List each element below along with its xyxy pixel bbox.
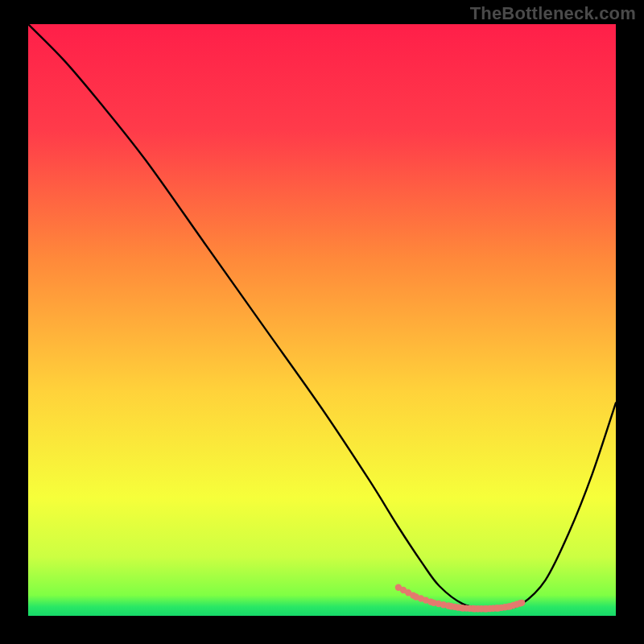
gradient-background — [28, 24, 616, 616]
chart-frame: TheBottleneck.com — [0, 0, 644, 644]
bottleneck-chart — [28, 24, 616, 616]
plot-area — [28, 24, 616, 616]
optimal-dot — [518, 600, 525, 606]
watermark-label: TheBottleneck.com — [470, 3, 636, 24]
